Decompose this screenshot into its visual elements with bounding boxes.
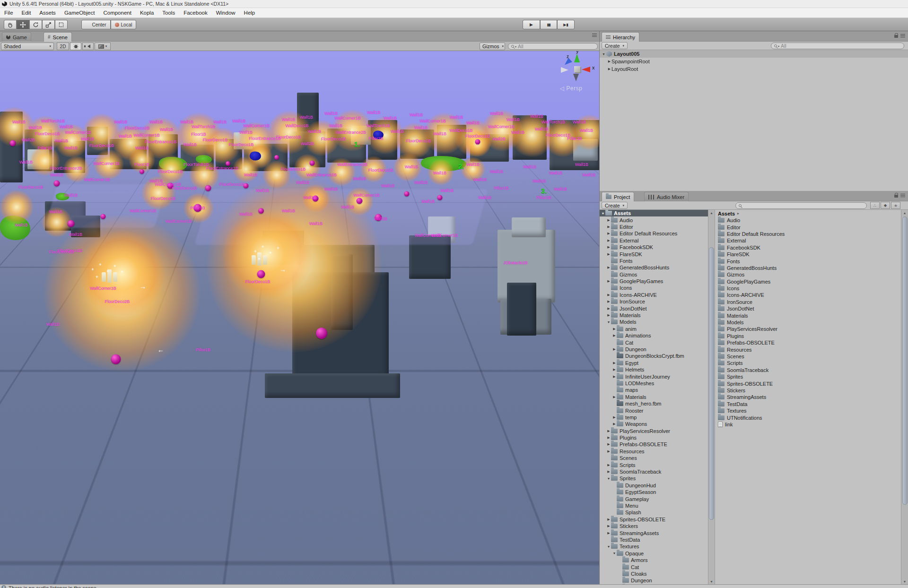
tree-collapsed-icon[interactable]: ▶ (612, 327, 617, 331)
asset-row-streamingassets[interactable]: StreamingAssets (715, 394, 901, 400)
shading-mode-dropdown[interactable]: Shaded ▾ (1, 43, 54, 50)
folder-row-generatedbosshunts[interactable]: ▶GeneratedBossHunts (600, 264, 708, 271)
menu-component[interactable]: Component (99, 8, 135, 17)
scrollbar-thumb[interactable] (902, 216, 908, 505)
folder-row-dungeon[interactable]: Dungeon (600, 577, 708, 584)
hierarchy-create-button[interactable]: Create ▾ (602, 42, 628, 49)
window-menu-icon[interactable] (900, 34, 905, 38)
asset-row-fonts[interactable]: Fonts (715, 258, 901, 264)
asset-row-icons[interactable]: Icons (715, 285, 901, 292)
move-tool-button[interactable] (17, 20, 29, 29)
folder-row-stickers[interactable]: ▶Stickers (600, 523, 708, 529)
folder-row-prefabs-obsolete[interactable]: ▶Prefabs-OBSOLETE (600, 441, 708, 448)
tree-collapsed-icon[interactable]: ▶ (606, 232, 611, 235)
tree-collapsed-icon[interactable]: ▶ (612, 375, 617, 379)
menu-kopla[interactable]: Kopla (136, 8, 158, 17)
menu-gameobject[interactable]: GameObject (60, 8, 99, 17)
asset-row-ironsource[interactable]: IronSource (715, 299, 901, 305)
folder-row-playservicesresolver[interactable]: ▶PlayServicesResolver (600, 428, 708, 434)
lighting-toggle-button[interactable] (70, 43, 81, 50)
folder-row-dungeonhud[interactable]: DungeonHud (600, 482, 708, 489)
folder-row-jsondotnet[interactable]: ▶JsonDotNet (600, 305, 708, 311)
scene-viewport[interactable]: Wall1BWall1BWallTorch1BWall1BFloorDeco1B… (0, 51, 600, 584)
asset-row-resources[interactable]: Resources (715, 346, 901, 353)
folder-row-resources[interactable]: ▶Resources (600, 448, 708, 455)
asset-row-prefabs-obsolete[interactable]: Prefabs-OBSOLETE (715, 339, 901, 346)
folder-row-flaresdk[interactable]: ▶FlareSDK (600, 251, 708, 257)
folder-row-cat[interactable]: Cat (600, 563, 708, 570)
menu-window[interactable]: Window (212, 8, 240, 17)
asset-row-utnotifications[interactable]: UTNotifications (715, 414, 901, 421)
folder-row-gameplay[interactable]: Gameplay (600, 495, 708, 502)
search-by-label-button[interactable]: ◆ (881, 202, 890, 209)
axis-y-cone[interactable] (574, 54, 580, 62)
folder-row-helmets[interactable]: ▶Helmets (600, 366, 708, 373)
axis-negx-cone[interactable] (561, 67, 568, 73)
tree-expanded-icon[interactable]: ▼ (606, 320, 611, 324)
folder-row-anim[interactable]: ▶anim (600, 326, 708, 332)
folder-row-sprites-obsolete[interactable]: ▶Sprites-OBSOLETE (600, 516, 708, 523)
tree-collapsed-icon[interactable]: ▶ (606, 313, 611, 317)
tree-collapsed-icon[interactable]: ▶ (606, 300, 611, 303)
tree-collapsed-icon[interactable]: ▶ (606, 279, 611, 283)
folder-row-external[interactable]: ▶External (600, 237, 708, 244)
folder-row-egypt[interactable]: ▶Egypt (600, 360, 708, 366)
tab-hierarchy[interactable]: Hierarchy (602, 32, 639, 42)
tree-collapsed-icon[interactable]: ▶ (606, 225, 611, 229)
asset-row-editor-default-resources[interactable]: Editor Default Resources (715, 231, 901, 237)
folder-row-icons-archive[interactable]: ▶Icons-ARCHIVE (600, 292, 708, 298)
folder-row-ironsource[interactable]: ▶IronSource (600, 298, 708, 305)
folder-row-splash[interactable]: Splash (600, 509, 708, 516)
tree-expanded-icon[interactable]: ▼ (612, 552, 617, 555)
folder-row-materials[interactable]: ▶Materials (600, 394, 708, 400)
lock-icon[interactable] (894, 195, 898, 198)
folder-row-mesh-hero-fbm[interactable]: mesh_hero.fbm (600, 400, 708, 407)
scroll-up-arrow[interactable]: ▲ (901, 210, 908, 216)
folder-row-plugins[interactable]: ▶Plugins (600, 434, 708, 441)
asset-row-playservicesresolver[interactable]: PlayServicesResolver (715, 326, 901, 332)
folder-row-scripts[interactable]: ▶Scripts (600, 461, 708, 468)
folder-row-streamingassets[interactable]: ▶StreamingAssets (600, 529, 708, 536)
asset-row-facebooksdk[interactable]: FacebookSDK (715, 244, 901, 251)
audio-toggle-button[interactable] (82, 43, 94, 50)
project-search-input[interactable] (735, 202, 867, 209)
menu-facebook[interactable]: Facebook (179, 8, 212, 17)
tree-collapsed-icon[interactable]: ▶ (606, 245, 611, 249)
folder-row-rooster[interactable]: Rooster (600, 407, 708, 414)
folder-row-lodmeshes[interactable]: LODMeshes (600, 380, 708, 387)
folder-row-googleplaygames[interactable]: ▶GooglePlayGames (600, 278, 708, 285)
favorites-button[interactable]: ★ (891, 202, 900, 209)
tree-collapsed-icon[interactable]: ▶ (606, 518, 611, 521)
folder-row-editor-default-resources[interactable]: ▶Editor Default Resources (600, 230, 708, 237)
folder-row-sprites[interactable]: ▼Sprites (600, 475, 708, 482)
scroll-down-arrow[interactable]: ▼ (901, 579, 908, 584)
asset-row-stickers[interactable]: Stickers (715, 387, 901, 394)
tree-collapsed-icon[interactable]: ▶ (612, 368, 617, 372)
axis-x-cone[interactable] (582, 67, 590, 72)
asset-row-scripts[interactable]: Scripts (715, 360, 901, 366)
folder-row-testdata[interactable]: TestData (600, 536, 708, 543)
folder-row-fonts[interactable]: Fonts (600, 258, 708, 264)
tree-expanded-icon[interactable]: ▼ (601, 212, 605, 215)
asset-row-googleplaygames[interactable]: GooglePlayGames (715, 278, 901, 285)
tree-expanded-icon[interactable]: ▼ (606, 477, 611, 480)
hierarchy-item-layout005[interactable]: ▼Layout005 (600, 50, 908, 58)
tree-collapsed-icon[interactable]: ▶ (612, 361, 617, 365)
menu-help[interactable]: Help (240, 8, 260, 17)
folder-row-materials[interactable]: ▶Materials (600, 312, 708, 319)
tree-collapsed-icon[interactable]: ▶ (606, 450, 611, 453)
asset-row-testdata[interactable]: TestData (715, 401, 901, 407)
tree-collapsed-icon[interactable]: ▶ (606, 239, 611, 242)
breadcrumb-label[interactable]: Assets (718, 211, 735, 216)
asset-row-gizmos[interactable]: Gizmos (715, 271, 901, 278)
tree-collapsed-icon[interactable]: ▶ (606, 252, 611, 256)
folder-row-weapons[interactable]: ▶Weapons (600, 421, 708, 427)
tree-collapsed-icon[interactable]: ▶ (606, 436, 611, 440)
tree-collapsed-icon[interactable]: ▶ (612, 334, 617, 337)
tree-collapsed-icon[interactable]: ▶ (606, 266, 611, 269)
folder-row-soomlatraceback[interactable]: ▶SoomlaTraceback (600, 468, 708, 475)
lock-icon[interactable] (894, 35, 898, 38)
tree-collapsed-icon[interactable]: ▶ (612, 395, 617, 399)
step-button[interactable]: ▶▮ (557, 20, 575, 29)
tree-expanded-icon[interactable]: ▼ (602, 52, 606, 56)
